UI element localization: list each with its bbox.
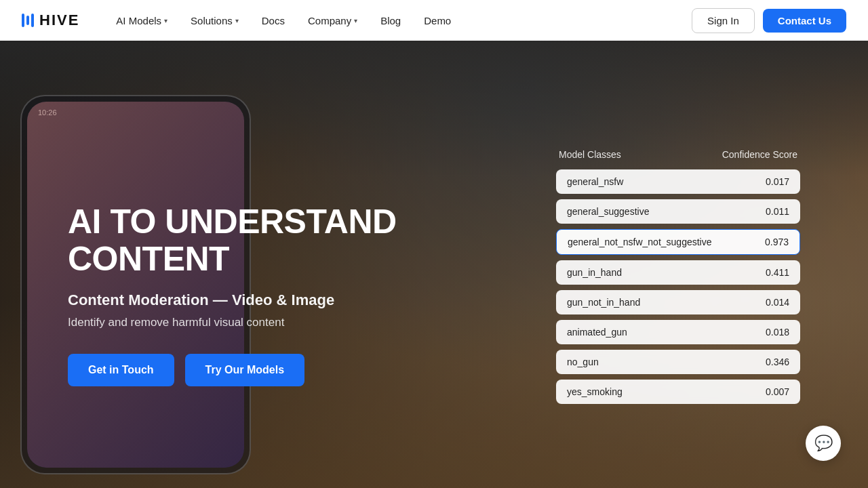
hero-buttons: Get in Touch Try Our Models (68, 354, 397, 386)
model-class-6: no_gun (567, 357, 599, 367)
hero-headline: AI TO UNDERSTAND CONTENT (68, 203, 397, 278)
model-row-5: animated_gun 0.018 (556, 320, 800, 344)
model-panel: Model Classes Confidence Score general_n… (556, 149, 800, 409)
nav-docs[interactable]: Docs (252, 9, 294, 32)
model-row-7: yes_smoking 0.007 (556, 380, 800, 404)
hero-subheading: Content Moderation — Video & Image (68, 291, 397, 309)
nav-actions: Sign In Contact Us (692, 8, 846, 33)
model-score-0: 0.017 (766, 176, 789, 187)
logo[interactable]: HIVE (22, 12, 79, 29)
nav-blog[interactable]: Blog (371, 9, 410, 32)
model-score-4: 0.014 (766, 297, 789, 308)
model-class-7: yes_smoking (567, 386, 623, 397)
get-in-touch-button[interactable]: Get in Touch (68, 354, 174, 386)
model-row-2-highlighted: general_not_nsfw_not_suggestive 0.973 (556, 229, 800, 255)
hero-description: Identify and remove harmful visual conte… (68, 316, 397, 329)
nav-ai-models[interactable]: AI Models ▾ (106, 9, 177, 32)
chat-bubble-button[interactable]: 💬 (806, 426, 841, 461)
model-class-3: gun_in_hand (567, 267, 622, 278)
model-class-2: general_not_nsfw_not_suggestive (568, 237, 712, 247)
model-row-0: general_nsfw 0.017 (556, 169, 800, 194)
logo-bar-3 (31, 14, 34, 27)
model-score-3: 0.411 (766, 267, 789, 278)
model-row-1: general_suggestive 0.011 (556, 199, 800, 224)
navbar: HIVE AI Models ▾ Solutions ▾ Docs Compan… (0, 0, 868, 41)
nav-links: AI Models ▾ Solutions ▾ Docs Company ▾ B… (106, 9, 692, 32)
hero-content: AI TO UNDERSTAND CONTENT Content Moderat… (68, 203, 397, 386)
hero-headline-line2: CONTENT (68, 240, 229, 278)
sign-in-button[interactable]: Sign In (692, 8, 755, 33)
try-models-button[interactable]: Try Our Models (185, 354, 304, 386)
chevron-down-icon: ▾ (354, 17, 357, 24)
hero-headline-line1: AI TO UNDERSTAND (68, 203, 397, 241)
model-score-7: 0.007 (766, 386, 789, 397)
model-panel-header: Model Classes Confidence Score (556, 149, 800, 160)
chevron-down-icon: ▾ (164, 17, 167, 24)
logo-bar-1 (22, 14, 24, 27)
confidence-score-label: Confidence Score (722, 149, 797, 160)
contact-us-button[interactable]: Contact Us (763, 9, 846, 33)
model-score-6: 0.346 (766, 357, 789, 367)
model-score-2: 0.973 (765, 237, 789, 247)
chat-icon: 💬 (814, 434, 833, 452)
model-row-3: gun_in_hand 0.411 (556, 260, 800, 285)
model-row-4: gun_not_in_hand 0.014 (556, 290, 800, 314)
model-row-6: no_gun 0.346 (556, 350, 800, 374)
nav-company[interactable]: Company ▾ (298, 9, 367, 32)
nav-demo[interactable]: Demo (414, 9, 460, 32)
model-score-5: 0.018 (766, 327, 789, 338)
model-class-5: animated_gun (567, 327, 627, 338)
model-class-4: gun_not_in_hand (567, 297, 640, 308)
logo-text: HIVE (39, 12, 79, 29)
logo-bar-2 (26, 16, 29, 25)
model-class-0: general_nsfw (567, 176, 623, 187)
chevron-down-icon: ▾ (235, 17, 239, 24)
model-score-1: 0.011 (766, 206, 789, 217)
model-classes-label: Model Classes (559, 149, 621, 160)
model-class-1: general_suggestive (567, 206, 649, 217)
logo-icon (22, 14, 34, 27)
nav-solutions[interactable]: Solutions ▾ (181, 9, 248, 32)
hero-section: 10:26 AI TO UNDERSTAND CONTENT Content M… (0, 41, 868, 488)
